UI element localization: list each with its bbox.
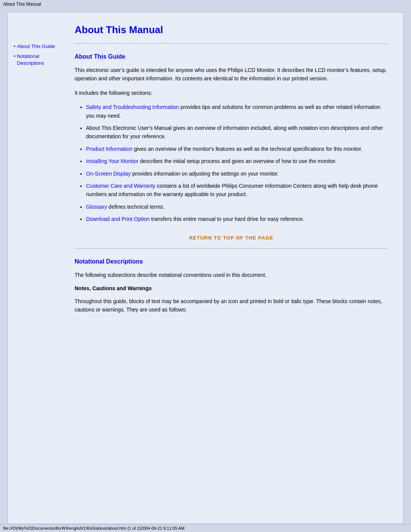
list-item-8: Download and Print Option transfers this… <box>86 215 388 223</box>
list-item-2: About This Electronic User's Manual give… <box>86 124 388 141</box>
notes-subtitle: Notes, Cautions and Warnings <box>75 285 388 291</box>
status-bar-text: file:///D|/My%20Documents/dfu/W9/english… <box>3 526 185 530</box>
list-item-4: Installing Your Monitor describes the in… <box>86 157 388 165</box>
link-product-info[interactable]: Product Information <box>86 146 132 152</box>
about-guide-intro1: This electronic user’s guide is intended… <box>75 66 388 83</box>
list-item-5: On-Screen Display provides information o… <box>86 169 388 178</box>
bullet-dot-2: • <box>14 53 16 60</box>
about-guide-intro2: It includes the following sections: <box>75 89 388 97</box>
sidebar-link-about-guide[interactable]: About This Guide <box>17 43 55 50</box>
status-bar: file:///D|/My%20Documents/dfu/W9/english… <box>0 524 411 532</box>
main-container: • About This Guide • Notational Descript… <box>0 8 411 524</box>
title-bar: About This Manual <box>0 0 411 8</box>
link-download[interactable]: Download and Print Option <box>86 216 150 222</box>
list-item-6: Customer Care and Warranty contains a li… <box>86 182 388 199</box>
sidebar-item-about: • About This Guide <box>14 43 59 50</box>
sidebar-item-notational: • Notational Descriptions <box>14 53 59 67</box>
title-bar-text: About This Manual <box>3 2 41 7</box>
sidebar-link-notational[interactable]: Notational Descriptions <box>17 53 59 67</box>
link-osd[interactable]: On-Screen Display <box>86 171 131 177</box>
list-item-7: Glossary defines technical terms. <box>86 203 388 211</box>
list-item-3: Product Information gives an overview of… <box>86 145 388 153</box>
link-safety[interactable]: Safety and Troubleshooting Information <box>86 104 179 110</box>
bullet-list: Safety and Troubleshooting Information p… <box>75 103 388 223</box>
section-notational: Notational Descriptions The following su… <box>75 258 388 314</box>
main-content-area: About This Manual About This Guide This … <box>63 13 403 524</box>
link-installing-monitor[interactable]: Installing Your Monitor <box>86 158 139 164</box>
bullet-dot-1: • <box>14 43 16 50</box>
link-glossary[interactable]: Glossary <box>86 204 107 210</box>
notational-intro: The following subsections describe notat… <box>75 271 388 279</box>
content-area: • About This Guide • Notational Descript… <box>8 12 403 524</box>
list-item-1: Safety and Troubleshooting Information p… <box>86 103 388 120</box>
section-about-guide: About This Guide This electronic user’s … <box>75 53 388 241</box>
return-to-top: RETURN TO TOP OF THE PAGE <box>75 235 388 241</box>
notational-title: Notational Descriptions <box>75 258 388 265</box>
about-guide-title: About This Guide <box>75 53 388 60</box>
page-title: About This Manual <box>75 24 388 36</box>
link-customer-care[interactable]: Customer Care and Warranty <box>86 183 155 189</box>
title-divider <box>75 43 388 44</box>
return-to-top-link[interactable]: RETURN TO TOP OF THE PAGE <box>189 235 273 241</box>
section-divider <box>75 248 388 249</box>
sidebar: • About This Guide • Notational Descript… <box>8 13 63 524</box>
notes-body-text: Throughout this guide, blocks of text ma… <box>75 297 388 314</box>
